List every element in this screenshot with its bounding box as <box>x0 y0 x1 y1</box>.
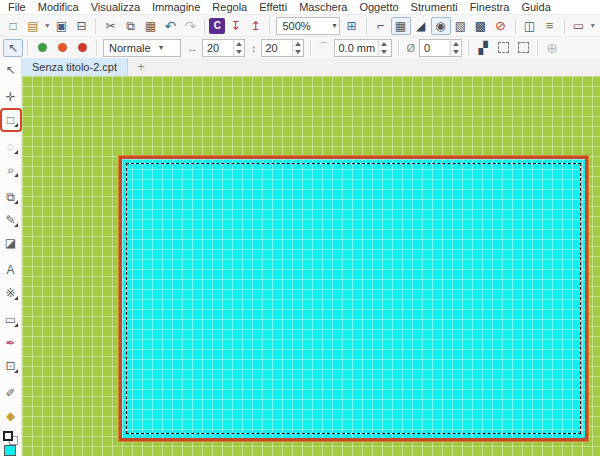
toolbar-separator <box>95 18 96 34</box>
mask-width-icon: ↔ <box>187 42 198 54</box>
touch-up-brush-tool[interactable]: ✎ <box>2 210 20 230</box>
cut-icon[interactable]: ✂ <box>100 17 120 35</box>
menu-file[interactable]: File <box>2 0 32 14</box>
corner-radius-spinner[interactable]: 0.0 mm <box>334 39 392 57</box>
flyout-corner-icon <box>14 369 18 373</box>
print-icon[interactable]: ⊟ <box>71 17 91 35</box>
marquee-visible-icon[interactable]: ▧ <box>451 17 471 35</box>
corner-radius-icon: ⌒ <box>319 40 330 55</box>
rulers-icon[interactable]: ⌐ <box>371 17 391 35</box>
eraser-tool[interactable]: ◪ <box>2 233 20 253</box>
mask-style-value: Normale <box>109 42 153 54</box>
zoom-level-combobox[interactable]: 500% ▾ <box>276 17 339 35</box>
drop-shadow-tool[interactable]: ⊡ <box>2 356 20 376</box>
menu-immagine[interactable]: Immagine <box>146 0 206 14</box>
mask-width-value: 20 <box>203 40 233 56</box>
menu-maschera[interactable]: Maschera <box>293 0 353 14</box>
effect-tool[interactable]: ※ <box>2 283 20 303</box>
mask-overlay-icon[interactable]: ▩ <box>471 17 491 35</box>
export-icon[interactable]: ↥ <box>245 17 265 35</box>
menu-visualizza[interactable]: Visualizza <box>85 0 146 14</box>
paint-tool[interactable]: ✒ <box>2 333 20 353</box>
mask-pointer-button[interactable]: ↖ <box>3 39 23 57</box>
document-column: Senza titolo-2.cpt + <box>22 58 600 456</box>
flyout-corner-icon <box>14 223 18 227</box>
open-icon[interactable]: ▤ <box>23 17 43 35</box>
normal-mode-dot-icon <box>38 43 47 52</box>
clone-tool[interactable]: ⧉ <box>2 187 20 207</box>
new-tab-button[interactable]: + <box>132 60 150 74</box>
snap-icon[interactable]: ◢ <box>411 17 431 35</box>
menu-regola[interactable]: Regola <box>206 0 253 14</box>
mask-height-spinner[interactable]: 20 <box>261 39 304 57</box>
toolbar-separator <box>204 18 205 34</box>
fill-tool[interactable]: ◆ <box>2 406 20 426</box>
pick-tool[interactable]: ↖ <box>2 60 20 80</box>
foreground-color-swatch[interactable] <box>3 431 13 441</box>
image-adjustment-icon[interactable]: ◫ <box>520 17 540 35</box>
spinner-arrows[interactable] <box>292 40 303 56</box>
spinner-arrows[interactable] <box>378 40 389 56</box>
mask-mode-additive-button[interactable] <box>52 39 72 57</box>
menu-effetti[interactable]: Effetti <box>253 0 293 14</box>
feather-value: 0 <box>420 40 450 56</box>
undo-icon[interactable]: ↶ <box>160 17 180 35</box>
expand-mask-icon[interactable] <box>493 39 513 57</box>
menu-oggetto[interactable]: Oggetto <box>353 0 404 14</box>
copy-icon[interactable]: ⧉ <box>120 17 140 35</box>
menu-guida[interactable]: Guida <box>515 0 556 14</box>
toolbar-separator <box>96 40 97 56</box>
fill-color-swatch[interactable] <box>4 445 16 456</box>
spinner-arrows[interactable] <box>233 40 244 56</box>
document-tab-active[interactable]: Senza titolo-2.cpt <box>22 58 128 76</box>
clear-mask-icon[interactable]: ⊘ <box>491 17 511 35</box>
mask-mode-subtractive-button[interactable] <box>72 39 92 57</box>
dual-monitor-icon[interactable]: ▭ <box>569 17 589 35</box>
color-control[interactable] <box>2 431 20 456</box>
image-canvas[interactable] <box>22 76 600 456</box>
mask-marquee <box>126 163 581 434</box>
mask-style-select[interactable]: Normale ▾ <box>103 39 181 57</box>
toolbar-separator <box>366 18 367 34</box>
feather-spinner[interactable]: 0 <box>419 39 462 57</box>
add-to-toolbar-icon[interactable]: ⊕ <box>542 39 562 57</box>
monitor-caret-icon[interactable]: ▾ <box>589 21 597 30</box>
document-tab-bar: Senza titolo-2.cpt + <box>22 58 600 76</box>
text-tool[interactable]: A <box>2 260 20 280</box>
chevron-down-icon: ▾ <box>153 43 163 52</box>
zoom-tool[interactable]: ⌕ <box>2 160 20 180</box>
additive-mode-dot-icon <box>58 43 67 52</box>
menu-strumenti[interactable]: Strumenti <box>405 0 464 14</box>
grid-icon[interactable]: ▦ <box>391 17 411 35</box>
flyout-corner-icon <box>14 150 18 154</box>
standard-toolbar: □ ▤ ▾ ▣ ⊟ ✂ ⧉ ▦ ↶ ↷ C ↧ ↥ 500% ▾ ⊞ ⌐ ▦ ◢… <box>0 14 600 36</box>
menu-modifica[interactable]: Modifica <box>32 0 85 14</box>
corner-radius-value: 0.0 mm <box>335 40 379 56</box>
open-caret-icon[interactable]: ▾ <box>43 21 51 30</box>
menu-finestra[interactable]: Finestra <box>464 0 516 14</box>
rectangle-tool[interactable]: ▭ <box>2 310 20 330</box>
flyout-corner-icon <box>14 123 18 127</box>
reduce-mask-icon[interactable] <box>513 39 533 57</box>
new-document-icon[interactable]: □ <box>3 17 23 35</box>
subtractive-mode-dot-icon <box>78 43 87 52</box>
import-icon[interactable]: ↧ <box>225 17 245 35</box>
lasso-mask-tool[interactable]: ◌ <box>2 137 20 157</box>
paste-icon[interactable]: ▦ <box>140 17 160 35</box>
mask-mode-normal-button[interactable] <box>32 39 52 57</box>
redo-icon[interactable]: ↷ <box>180 17 200 35</box>
mask-width-spinner[interactable]: 20 <box>202 39 245 57</box>
launch-coreldraw-icon[interactable]: C <box>209 18 225 34</box>
zoom-to-fit-icon[interactable]: ⊞ <box>342 17 362 35</box>
highlighted-mask-area[interactable] <box>119 156 588 441</box>
mask-transform-tool[interactable]: ✛ <box>2 87 20 107</box>
toolbar-separator <box>27 40 28 56</box>
rectangle-mask-tool[interactable]: □ <box>2 110 20 130</box>
dashed-square-icon <box>498 42 509 53</box>
save-icon[interactable]: ▣ <box>51 17 71 35</box>
antialias-icon[interactable]: ▞ <box>473 39 493 57</box>
spinner-arrows[interactable] <box>450 40 461 56</box>
options-icon[interactable]: ≡ <box>540 17 560 35</box>
eyedropper-tool[interactable]: ✐ <box>2 383 20 403</box>
show-mask-marquee-icon[interactable]: ◉ <box>431 17 451 35</box>
